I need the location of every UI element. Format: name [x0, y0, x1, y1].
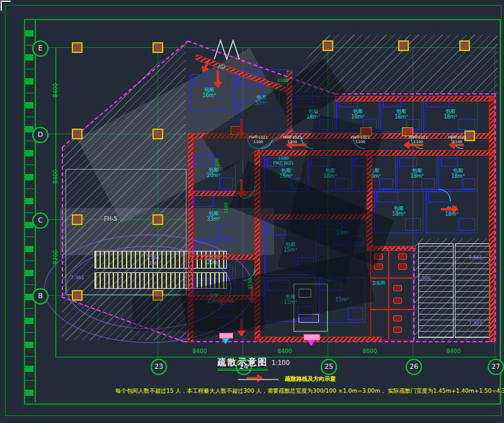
level-label: 7.561	[469, 255, 482, 260]
label-wc: 卫生间	[372, 280, 385, 286]
room-name: 包厢	[353, 108, 363, 114]
stair-flight	[418, 243, 454, 338]
wall-hatch	[489, 96, 495, 342]
wc-fixture	[393, 327, 402, 333]
door-tag: FM甲10211100	[348, 135, 373, 144]
room-area: 16m²	[202, 93, 215, 98]
boundary-segment	[495, 93, 496, 341]
wc-fixture	[398, 264, 407, 270]
escalator	[94, 251, 227, 269]
wc-fixture	[398, 253, 407, 260]
wc-wall	[370, 309, 413, 310]
evac-arrow-left	[404, 144, 423, 146]
room-area: 33m²	[207, 216, 220, 222]
level-label: 7.361	[71, 275, 84, 281]
door-width: 1100	[348, 139, 373, 144]
door-width: 1100	[246, 139, 271, 144]
grid-bubble-23: 23	[151, 359, 167, 375]
section-marker	[304, 334, 320, 340]
drawing-canvas[interactable]: 包厢16m² 包厢30m² 包厢18m² 包厢18m² 包厢18m² 包厢18m…	[0, 0, 504, 423]
watermark-glyph	[132, 296, 265, 331]
revision-strip	[25, 21, 33, 400]
section-marker	[219, 333, 233, 339]
title-block: 疏散示意图 1:100	[217, 357, 290, 371]
wall-hatch	[335, 96, 494, 101]
column	[323, 40, 333, 51]
column	[72, 290, 83, 301]
boundary-segment	[335, 93, 495, 95]
door-width: 1100	[406, 139, 431, 144]
label-fh5: FH-5	[104, 216, 117, 222]
level-label: 7.307	[469, 320, 482, 326]
door-type: FM乙1021	[270, 161, 297, 166]
wc-wall	[388, 247, 389, 339]
room-area: 18m²	[444, 114, 457, 120]
room: 包厢18m²	[397, 155, 437, 192]
note-text: 每个包间人数不超过15 人，本工程最大人数不超过300 人，需要疏散总宽度为30…	[115, 387, 504, 395]
door-type: FM甲1021	[246, 135, 271, 139]
evac-arrow-down	[217, 71, 219, 87]
level-value: 7.561	[146, 255, 159, 260]
door-type: FM甲1021	[348, 135, 373, 139]
room-name: 包厢	[412, 168, 422, 173]
legend-label: 疏散路线及方向示意	[285, 375, 336, 383]
grid-bubble-26: 26	[406, 359, 422, 375]
evac-arrow-right	[441, 208, 457, 211]
door-type: FM甲1021	[445, 135, 470, 139]
door-tag: FM甲10211100	[406, 135, 431, 144]
room-name: 包厢	[209, 211, 219, 216]
wc-fixture	[393, 298, 402, 304]
label-ad: AD	[218, 64, 226, 70]
column	[72, 42, 83, 53]
column	[152, 214, 163, 225]
section-marker-triangle	[222, 339, 229, 348]
section-marker-triangle	[307, 340, 315, 350]
column	[72, 214, 83, 225]
door-width: 1100	[445, 139, 470, 144]
room-area: 18m²	[351, 114, 364, 120]
room: 包厢18m²	[438, 155, 478, 192]
column	[72, 129, 83, 139]
wc-wall	[370, 277, 413, 279]
gridline-E	[47, 47, 496, 48]
legend-line	[238, 379, 278, 380]
room-area: 18m²	[392, 211, 405, 217]
room-name: 包厢	[396, 108, 406, 114]
door-tag-cyan: 1100FM乙1021	[270, 156, 297, 166]
door-tag: FM甲10211100	[246, 135, 271, 144]
dim-row: 8400	[52, 71, 59, 109]
binding-margin-line	[35, 19, 36, 402]
dim-label: 1100	[224, 202, 229, 214]
dim-col: 8400	[181, 348, 219, 354]
room-name: 包厢	[281, 168, 291, 173]
dim-row: 8200	[52, 238, 59, 276]
level-label: 7.500	[417, 275, 430, 281]
door-tag: FM甲10211100	[280, 135, 305, 144]
esc-width: 1.8	[146, 260, 159, 266]
wc-fixture	[393, 315, 402, 322]
dim-col: 8000	[351, 348, 389, 354]
column	[459, 40, 470, 51]
column	[398, 40, 409, 51]
column	[152, 42, 163, 53]
boundary-segment	[413, 248, 415, 341]
boundary-segment	[62, 147, 63, 296]
column	[152, 129, 163, 139]
room: 包厢33m²	[192, 193, 236, 240]
dim-label: 1150	[248, 278, 253, 289]
dim-label: 1100	[277, 78, 289, 83]
door-tag: FM甲10211100	[445, 135, 470, 144]
room-area: 20m²	[207, 173, 220, 178]
level-label: 7.5611.8	[146, 255, 159, 266]
grid-bubble-B: B	[32, 288, 49, 304]
wall-hatch	[189, 255, 257, 260]
door-type: FM甲1021	[280, 135, 305, 139]
room-area: 18m²	[394, 114, 408, 120]
wc-fixture	[393, 285, 402, 291]
grid-bubble-E: E	[32, 40, 49, 57]
grid-bubble-C: C	[32, 212, 49, 229]
grid-bubble-D: D	[32, 127, 49, 143]
evac-arrow-left	[450, 144, 464, 146]
drawing-scale: 1:100	[272, 359, 290, 366]
grid-bubble-25: 25	[321, 359, 337, 375]
